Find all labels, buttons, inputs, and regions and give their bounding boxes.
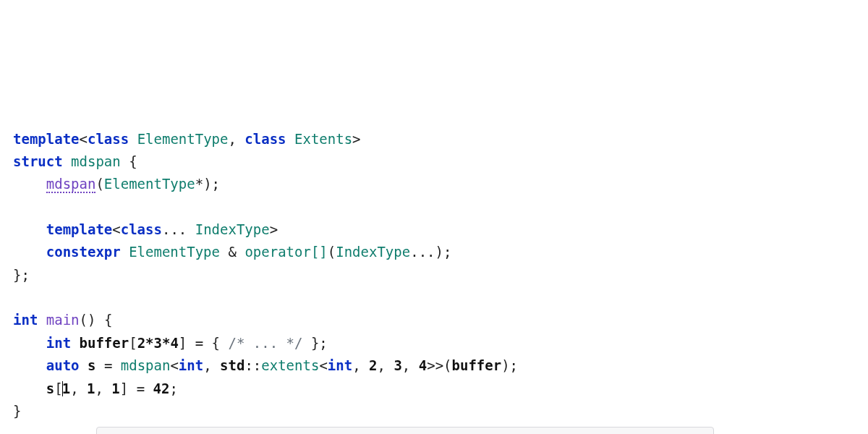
type-extents: extents [261,357,319,373]
variable-s: s [46,380,54,396]
function-main: main [46,312,80,328]
literal-42: 42 [153,380,170,396]
code-line-6: constexpr ElementType & operator[](Index… [13,244,451,260]
variable-buffer: buffer [80,335,129,351]
keyword-constexpr: constexpr [46,244,121,260]
code-line-11: auto s = mdspan<int, std::extents<int, 2… [13,357,518,373]
code-line-3: mdspan(ElementType*); [13,176,220,193]
signature-tooltip: template<IndexType...> constexpr Element… [96,427,714,434]
operator-subscript: operator [244,244,311,260]
code-line-5: template<class... IndexType> [13,221,278,237]
keyword-template: template [13,131,80,147]
keyword-struct: struct [13,153,63,169]
type-indextype: IndexType [195,221,270,237]
code-line-1: template<class ElementType, class Extent… [13,131,361,147]
code-line-10: int buffer[2*3*4] = { /* ... */ }; [13,335,328,351]
code-line-2: struct mdspan { [13,153,137,169]
code-line-7: }; [13,267,30,283]
type-elementtype: ElementType [137,131,229,147]
comment: /* ... */ [229,335,303,351]
struct-name-mdspan: mdspan [71,153,121,169]
keyword-auto: auto [46,357,80,373]
keyword-int: int [13,312,38,328]
variable-s: s [88,357,95,373]
keyword-class: class [244,131,286,147]
code-editor-viewport: template<class ElementType, class Extent… [13,105,852,434]
code-line-12: s[1, 1, 1] = 42; [13,380,178,396]
array-dimension: 2*3*4 [137,335,179,351]
type-mdspan: mdspan [121,357,171,373]
constructor-mdspan: mdspan [46,176,96,193]
code-line-13: } [13,403,21,419]
code-line-9: int main() { [13,312,112,328]
type-extents-param: Extents [294,131,352,147]
keyword-template: template [46,221,113,237]
keyword-class: class [88,131,129,147]
keyword-class: class [121,221,162,237]
keyword-int: int [46,335,71,351]
